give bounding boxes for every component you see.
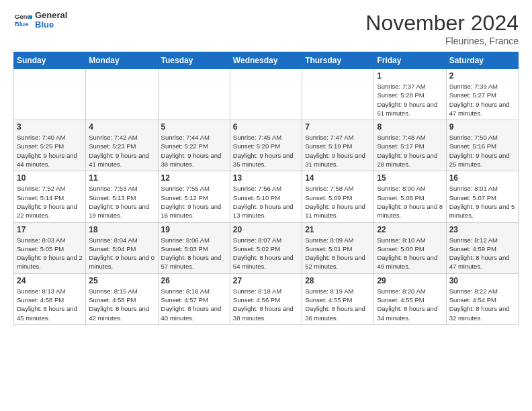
svg-text:Blue: Blue <box>15 20 29 28</box>
calendar-cell <box>230 69 302 120</box>
calendar-cell: 1Sunrise: 7:37 AM Sunset: 5:28 PM Daylig… <box>374 69 446 120</box>
calendar-cell: 27Sunrise: 8:18 AM Sunset: 4:56 PM Dayli… <box>230 273 302 324</box>
title-block: November 2024 Fleurines, France <box>365 11 519 46</box>
calendar-header-row: SundayMondayTuesdayWednesdayThursdayFrid… <box>14 52 519 69</box>
day-number: 10 <box>17 173 83 183</box>
calendar-cell: 10Sunrise: 7:52 AM Sunset: 5:14 PM Dayli… <box>14 171 86 222</box>
day-number: 1 <box>377 71 443 81</box>
calendar-cell: 25Sunrise: 8:15 AM Sunset: 4:58 PM Dayli… <box>86 273 158 324</box>
day-number: 22 <box>377 225 443 234</box>
day-info: Sunrise: 7:53 AM Sunset: 5:13 PM Dayligh… <box>89 184 154 220</box>
day-number: 26 <box>161 276 227 285</box>
day-info: Sunrise: 8:12 AM Sunset: 4:59 PM Dayligh… <box>449 236 515 271</box>
location: Fleurines, France <box>365 36 519 46</box>
calendar-cell: 14Sunrise: 7:58 AM Sunset: 5:09 PM Dayli… <box>302 171 374 222</box>
day-of-week-header: Thursday <box>302 52 374 69</box>
day-info: Sunrise: 7:47 AM Sunset: 5:19 PM Dayligh… <box>305 133 371 169</box>
calendar-cell: 26Sunrise: 8:16 AM Sunset: 4:57 PM Dayli… <box>158 273 230 324</box>
calendar-cell: 24Sunrise: 8:13 AM Sunset: 4:58 PM Dayli… <box>14 273 86 324</box>
calendar-cell: 17Sunrise: 8:03 AM Sunset: 5:05 PM Dayli… <box>14 222 86 273</box>
day-number: 2 <box>449 71 515 81</box>
calendar-cell: 23Sunrise: 8:12 AM Sunset: 4:59 PM Dayli… <box>446 222 518 273</box>
day-info: Sunrise: 7:45 AM Sunset: 5:20 PM Dayligh… <box>233 133 299 169</box>
day-info: Sunrise: 8:19 AM Sunset: 4:55 PM Dayligh… <box>305 287 371 322</box>
day-of-week-header: Sunday <box>14 52 86 69</box>
calendar-cell: 12Sunrise: 7:55 AM Sunset: 5:12 PM Dayli… <box>158 171 230 222</box>
day-number: 21 <box>305 225 371 234</box>
calendar-cell: 18Sunrise: 8:04 AM Sunset: 5:04 PM Dayli… <box>86 222 158 273</box>
calendar-week-row: 10Sunrise: 7:52 AM Sunset: 5:14 PM Dayli… <box>14 171 519 222</box>
calendar-cell <box>158 69 230 120</box>
calendar-week-row: 17Sunrise: 8:03 AM Sunset: 5:05 PM Dayli… <box>14 222 519 273</box>
day-info: Sunrise: 8:01 AM Sunset: 5:07 PM Dayligh… <box>449 184 515 220</box>
calendar-cell: 11Sunrise: 7:53 AM Sunset: 5:13 PM Dayli… <box>86 171 158 222</box>
day-of-week-header: Wednesday <box>230 52 302 69</box>
day-number: 17 <box>17 225 83 234</box>
day-info: Sunrise: 8:00 AM Sunset: 5:08 PM Dayligh… <box>377 184 443 220</box>
day-info: Sunrise: 7:52 AM Sunset: 5:14 PM Dayligh… <box>17 184 83 220</box>
day-info: Sunrise: 8:13 AM Sunset: 4:58 PM Dayligh… <box>17 287 83 322</box>
day-number: 9 <box>449 122 515 132</box>
calendar-week-row: 24Sunrise: 8:13 AM Sunset: 4:58 PM Dayli… <box>14 273 519 324</box>
day-number: 28 <box>305 276 371 285</box>
calendar-cell: 30Sunrise: 8:22 AM Sunset: 4:54 PM Dayli… <box>446 273 518 324</box>
day-of-week-header: Saturday <box>446 52 518 69</box>
calendar-table: SundayMondayTuesdayWednesdayThursdayFrid… <box>13 52 519 325</box>
day-info: Sunrise: 8:22 AM Sunset: 4:54 PM Dayligh… <box>449 287 515 322</box>
day-number: 20 <box>233 225 299 234</box>
day-number: 25 <box>89 276 154 285</box>
day-info: Sunrise: 7:50 AM Sunset: 5:16 PM Dayligh… <box>449 133 515 169</box>
calendar-cell: 9Sunrise: 7:50 AM Sunset: 5:16 PM Daylig… <box>446 120 518 171</box>
calendar-week-row: 1Sunrise: 7:37 AM Sunset: 5:28 PM Daylig… <box>14 69 519 120</box>
day-info: Sunrise: 8:16 AM Sunset: 4:57 PM Dayligh… <box>161 287 227 322</box>
calendar-cell: 22Sunrise: 8:10 AM Sunset: 5:00 PM Dayli… <box>374 222 446 273</box>
day-info: Sunrise: 8:04 AM Sunset: 5:04 PM Dayligh… <box>89 236 154 271</box>
day-info: Sunrise: 7:56 AM Sunset: 5:10 PM Dayligh… <box>233 184 299 220</box>
day-info: Sunrise: 7:40 AM Sunset: 5:25 PM Dayligh… <box>17 133 83 169</box>
day-number: 5 <box>161 122 227 132</box>
logo-icon: General Blue <box>13 11 32 30</box>
calendar-cell: 29Sunrise: 8:20 AM Sunset: 4:55 PM Dayli… <box>374 273 446 324</box>
logo: General Blue General Blue <box>13 11 67 30</box>
day-number: 24 <box>17 276 83 285</box>
day-info: Sunrise: 7:44 AM Sunset: 5:22 PM Dayligh… <box>161 133 227 169</box>
day-info: Sunrise: 7:42 AM Sunset: 5:23 PM Dayligh… <box>89 133 154 169</box>
day-number: 29 <box>377 276 443 285</box>
calendar-cell: 8Sunrise: 7:48 AM Sunset: 5:17 PM Daylig… <box>374 120 446 171</box>
day-number: 7 <box>305 122 371 132</box>
calendar-cell: 4Sunrise: 7:42 AM Sunset: 5:23 PM Daylig… <box>86 120 158 171</box>
day-of-week-header: Tuesday <box>158 52 230 69</box>
logo-general-text: General <box>35 11 67 20</box>
calendar-cell: 28Sunrise: 8:19 AM Sunset: 4:55 PM Dayli… <box>302 273 374 324</box>
calendar-cell: 2Sunrise: 7:39 AM Sunset: 5:27 PM Daylig… <box>446 69 518 120</box>
day-info: Sunrise: 8:07 AM Sunset: 5:02 PM Dayligh… <box>233 236 299 271</box>
day-number: 6 <box>233 122 299 132</box>
day-info: Sunrise: 8:06 AM Sunset: 5:03 PM Dayligh… <box>161 236 227 271</box>
day-info: Sunrise: 8:03 AM Sunset: 5:05 PM Dayligh… <box>17 236 83 271</box>
day-number: 27 <box>233 276 299 285</box>
calendar-cell <box>86 69 158 120</box>
day-number: 14 <box>305 173 371 183</box>
day-of-week-header: Monday <box>86 52 158 69</box>
day-number: 19 <box>161 225 227 234</box>
day-number: 12 <box>161 173 227 183</box>
day-number: 15 <box>377 173 443 183</box>
day-number: 13 <box>233 173 299 183</box>
page-container: General Blue General Blue November 2024 … <box>0 0 532 332</box>
day-number: 3 <box>17 122 83 132</box>
calendar-cell: 19Sunrise: 8:06 AM Sunset: 5:03 PM Dayli… <box>158 222 230 273</box>
day-info: Sunrise: 8:10 AM Sunset: 5:00 PM Dayligh… <box>377 236 443 271</box>
day-info: Sunrise: 8:09 AM Sunset: 5:01 PM Dayligh… <box>305 236 371 271</box>
day-info: Sunrise: 8:18 AM Sunset: 4:56 PM Dayligh… <box>233 287 299 322</box>
day-info: Sunrise: 7:37 AM Sunset: 5:28 PM Dayligh… <box>377 82 443 118</box>
day-number: 18 <box>89 225 154 234</box>
day-info: Sunrise: 7:58 AM Sunset: 5:09 PM Dayligh… <box>305 184 371 220</box>
calendar-week-row: 3Sunrise: 7:40 AM Sunset: 5:25 PM Daylig… <box>14 120 519 171</box>
day-number: 8 <box>377 122 443 132</box>
day-number: 11 <box>89 173 154 183</box>
day-info: Sunrise: 8:15 AM Sunset: 4:58 PM Dayligh… <box>89 287 154 322</box>
calendar-cell: 6Sunrise: 7:45 AM Sunset: 5:20 PM Daylig… <box>230 120 302 171</box>
calendar-cell <box>302 69 374 120</box>
day-info: Sunrise: 7:39 AM Sunset: 5:27 PM Dayligh… <box>449 82 515 118</box>
logo-blue-text: Blue <box>35 20 67 30</box>
